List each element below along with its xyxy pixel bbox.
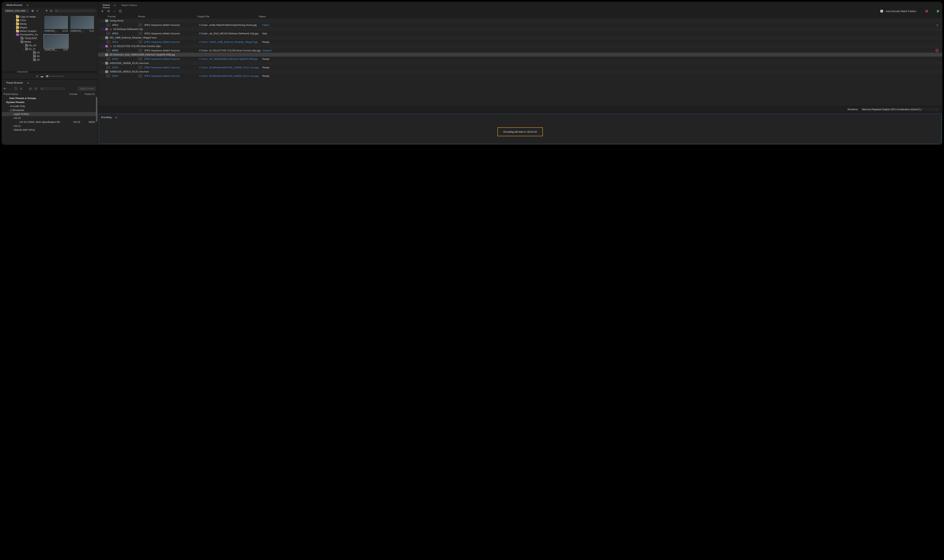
format-dropdown[interactable]: ⌄: [106, 66, 110, 69]
new-group-icon[interactable]: [14, 87, 17, 91]
path-dropdown[interactable]: 160510_ICELAND ⌄: [4, 9, 30, 13]
tree-item[interactable]: ⌄01_VI: [2, 47, 42, 51]
tree-item[interactable]: ⌄Media: [2, 40, 42, 44]
export-icon[interactable]: [34, 87, 38, 91]
preset-browser-tab[interactable]: Preset Browser: [6, 81, 23, 85]
media-browser-tab[interactable]: Media Browser: [6, 3, 23, 8]
row-format[interactable]: JPEG: [112, 41, 137, 43]
queue-group[interactable]: ⌄A002C004_160508_R1JC.mov.mov: [98, 61, 942, 65]
row-preset[interactable]: JPEG Sequence (Match Source): [144, 75, 198, 77]
queue-group[interactable]: ⌄A006C029_160510_R1JC.mov.mov: [98, 69, 942, 74]
row-format[interactable]: JPEG: [112, 66, 137, 69]
duplicate-icon[interactable]: [119, 9, 122, 13]
preset-row[interactable]: ⌄System Presets: [2, 100, 98, 104]
preset-row[interactable]: ›AS-11: [2, 124, 98, 128]
queue-row[interactable]: ⌄JPEG⌄JPEG Sequence (Match Source)C:\Use…: [98, 48, 942, 53]
row-preset[interactable]: JPEG Sequence (Match Source): [144, 57, 198, 60]
preset-row[interactable]: ⌄Broadcast: [2, 108, 98, 112]
panel-menu-icon[interactable]: ≡: [116, 116, 117, 119]
queue-row[interactable]: ⌄JPEG⌄JPEG Sequence (Match Source)C:\Use…: [98, 31, 942, 35]
nav-back-icon[interactable]: 🡰: [31, 9, 34, 13]
thumbnail[interactable]: A006C029_...6:03: [44, 35, 68, 51]
preset-dropdown[interactable]: ⌄: [138, 66, 143, 69]
tree-item[interactable]: ›CSVs: [2, 18, 42, 22]
tree-scrollbar[interactable]: [11, 71, 96, 72]
tree-item[interactable]: 16: [2, 54, 42, 58]
tree-item[interactable]: ›Mogrts: [2, 26, 42, 29]
preset-scrollbar[interactable]: [96, 97, 97, 122]
row-format[interactable]: JPEG: [112, 57, 137, 60]
preset-row[interactable]: ›DNxHD MXF OP1a: [2, 128, 98, 132]
tree-item[interactable]: ›Motion Graphic: [2, 29, 42, 33]
tree-item[interactable]: ›Copy of media: [2, 15, 42, 18]
preset-dropdown[interactable]: ⌄: [138, 32, 143, 35]
queue-group[interactable]: ⌄052_AMB_External_Rwanda_VillageT.mov: [98, 35, 942, 40]
header-format[interactable]: Format: [69, 93, 85, 95]
filter-icon[interactable]: [45, 9, 48, 13]
preset-row[interactable]: ›Audio Only: [2, 104, 98, 108]
format-dropdown[interactable]: ⌄: [106, 57, 110, 60]
stop-button[interactable]: [925, 10, 928, 12]
queue-row[interactable]: ⌄JPEG⌄JPEG Sequence (Match Source)C:\Use…: [98, 40, 942, 44]
preset-dropdown[interactable]: ⌄: [138, 40, 143, 44]
format-dropdown[interactable]: ⌄: [106, 40, 110, 44]
queue-group[interactable]: ⌄00 Dreamers_Edit_1808310085 (Stitched C…: [98, 53, 942, 57]
tree-item[interactable]: 16: [2, 58, 42, 62]
preset-row[interactable]: ›Apple ProRes: [2, 112, 98, 116]
tree-item[interactable]: ›*SEQUENC: [2, 36, 42, 40]
remove-icon[interactable]: —: [113, 9, 116, 13]
row-preset[interactable]: JPEG Sequence (Match Source): [144, 41, 198, 43]
preset-dropdown[interactable]: ⌄: [138, 74, 143, 78]
queue-row[interactable]: ⌄JPEG⌄JPEG Sequence (Match Source)C:\Use…: [98, 65, 942, 69]
preset-dropdown[interactable]: ⌄: [138, 57, 143, 60]
queue-group[interactable]: ⌄Going Home: [98, 19, 942, 23]
panel-menu-icon[interactable]: ≡: [26, 4, 28, 7]
preset-dropdown[interactable]: ⌄: [138, 23, 143, 26]
queue-row[interactable]: ⌄JPEG⌄JPEG Sequence (Match Source)C:\Use…: [98, 57, 942, 61]
format-dropdown[interactable]: ⌄: [106, 49, 110, 52]
format-dropdown[interactable]: ⌄: [106, 23, 110, 26]
format-dropdown[interactable]: ⌄: [106, 32, 110, 35]
auto-encode-checkbox[interactable]: ✓: [881, 10, 883, 12]
header-preset-name[interactable]: Preset Name ↑: [4, 93, 69, 95]
thumbnail[interactable]: A006C023_...0:22: [70, 16, 94, 32]
row-output[interactable]: C:\User...dit_1808310085 (Stitched Clip)…: [199, 57, 261, 60]
watch-folders-tab[interactable]: Watch Folders: [122, 3, 137, 8]
eye-icon[interactable]: [49, 9, 53, 13]
queue-group[interactable]: ⌄Pr⚠01 SELECTIVE COLOR (Hue Curves) clip…: [98, 44, 942, 48]
nav-fwd-icon[interactable]: 🡲: [35, 9, 39, 13]
header-format[interactable]: Format: [108, 15, 138, 18]
zoom-slider[interactable]: [45, 76, 64, 77]
start-queue-button[interactable]: [937, 10, 939, 13]
header-preset[interactable]: Preset: [138, 15, 197, 18]
settings-icon[interactable]: [20, 87, 23, 91]
thumbnail[interactable]: A006C002_...12:14: [44, 16, 68, 32]
list-view-icon[interactable]: ☰: [35, 75, 39, 78]
tree-item[interactable]: ›00_AU: [2, 44, 42, 47]
header-output[interactable]: Output File: [197, 15, 259, 18]
thumb-view-icon[interactable]: ▬: [40, 75, 44, 78]
add-source-icon[interactable]: ✚: [100, 9, 104, 13]
add-preset-icon[interactable]: ✚⌄: [4, 87, 7, 91]
tree-item[interactable]: 16: [2, 51, 42, 54]
tree-item[interactable]: ›Media: [2, 22, 42, 26]
queue-group[interactable]: ⌄Pr⚠03 DeNoise DeReverb Clip: [98, 27, 942, 31]
row-output[interactable]: C:\User...BC\Media\A006C029_160510_R1JC.…: [199, 75, 261, 77]
row-preset[interactable]: JPEG Sequence (Match Source): [144, 66, 198, 69]
row-output[interactable]: C:\User...ia\052_AMB_External_Rwanda_Vil…: [199, 41, 261, 43]
queue-tab[interactable]: Queue: [103, 3, 110, 8]
header-status[interactable]: Status: [259, 15, 942, 18]
search-input[interactable]: ⌄: [54, 9, 96, 13]
queue-row[interactable]: ⌄JPEG⌄JPEG Sequence (Match Source)C:\Use…: [98, 23, 942, 27]
preset-row[interactable]: AS-10 CANAL Shim Specification 50iAS-101…: [2, 120, 98, 124]
panel-menu-icon[interactable]: ≡: [27, 82, 29, 85]
row-output[interactable]: C:\User...BC\Media\A002C004_160508_R1JC.…: [199, 66, 261, 69]
preset-search[interactable]: ⌄: [39, 87, 66, 91]
format-dropdown[interactable]: ⌄: [106, 74, 110, 78]
renderer-dropdown[interactable]: Mercury Playback Engine GPU Acceleration…: [860, 107, 939, 112]
preset-row[interactable]: ⌄AS-10: [2, 116, 98, 120]
encoding-tab[interactable]: Encoding: [101, 115, 111, 120]
import-icon[interactable]: [29, 87, 32, 91]
preset-row[interactable]: User Presets & Groups: [2, 96, 98, 100]
row-format[interactable]: JPEG: [112, 75, 137, 77]
